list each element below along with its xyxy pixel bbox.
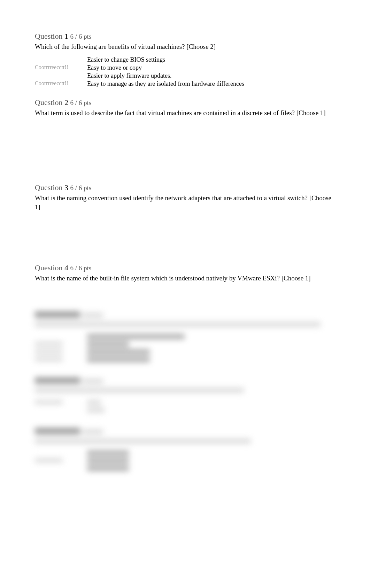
blurred-title: [35, 377, 335, 387]
answer-indicator: Coorrrreecctt!!: [35, 64, 87, 72]
question-block-2: Question 2 6 / 6 pts What term is used t…: [35, 98, 335, 173]
question-label: Question: [35, 98, 62, 107]
question-header: Question 1 6 / 6 pts: [35, 31, 335, 42]
question-points: 6 / 6 pts: [70, 99, 91, 106]
blurred-title: [35, 311, 335, 321]
question-text: What term is used to describe the fact t…: [35, 108, 335, 118]
answer-row: Coorrrreecctt!! Easy to move or copy: [35, 64, 244, 72]
blurred-text: [35, 438, 335, 447]
answers-list: Easier to change BIOS settings Coorrrree…: [35, 56, 244, 88]
question-header: Question 3 6 / 6 pts: [35, 183, 335, 193]
answer-text: Easier to change BIOS settings: [87, 56, 244, 64]
answer-row: Coorrrreecctt!! Easy to manage as they a…: [35, 80, 244, 88]
question-block-4: Question 4 6 / 6 pts What is the name of…: [35, 263, 335, 282]
answer-text: Easy to move or copy: [87, 64, 244, 72]
question-number: 3: [64, 183, 68, 192]
question-points: 6 / 6 pts: [70, 33, 91, 40]
question-text: Which of the following are benefits of v…: [35, 42, 335, 51]
answer-text: Easier to apply firmware updates.: [87, 72, 244, 80]
blurred-answers: [35, 450, 129, 473]
question-points: 6 / 6 pts: [70, 184, 91, 191]
blurred-text: [35, 387, 335, 396]
answer-indicator: Coorrrreecctt!!: [35, 80, 87, 88]
answer-indicator: [35, 56, 87, 64]
content-spacer: [35, 117, 335, 173]
question-label: Question: [35, 32, 62, 40]
blurred-answers: [35, 333, 185, 364]
question-points: 6 / 6 pts: [70, 264, 91, 272]
blurred-answers: [35, 399, 105, 415]
answer-row: Easier to change BIOS settings: [35, 56, 244, 64]
answer-row: Easier to apply firmware updates.: [35, 72, 244, 80]
question-number: 4: [64, 263, 68, 272]
question-label: Question: [35, 183, 62, 192]
question-label: Question: [35, 263, 62, 272]
question-block-1: Question 1 6 / 6 pts Which of the follow…: [35, 31, 335, 88]
blurred-preview-section: [35, 311, 335, 473]
answer-indicator: [35, 72, 87, 80]
content-spacer: [35, 211, 335, 253]
blurred-question-block: [35, 427, 335, 473]
question-text: What is the naming convention used ident…: [35, 194, 335, 211]
question-header: Question 4 6 / 6 pts: [35, 263, 335, 273]
question-header: Question 2 6 / 6 pts: [35, 98, 335, 108]
question-number: 2: [64, 98, 68, 107]
question-text: What is the name of the built-in file sy…: [35, 274, 335, 283]
blurred-title: [35, 427, 335, 438]
answer-text: Easy to manage as they are isolated from…: [87, 80, 244, 88]
blurred-text: [35, 321, 335, 330]
blurred-question-block: [35, 311, 335, 364]
blurred-question-block: [35, 377, 335, 415]
question-number: 1: [64, 32, 68, 40]
question-block-3: Question 3 6 / 6 pts What is the naming …: [35, 183, 335, 253]
